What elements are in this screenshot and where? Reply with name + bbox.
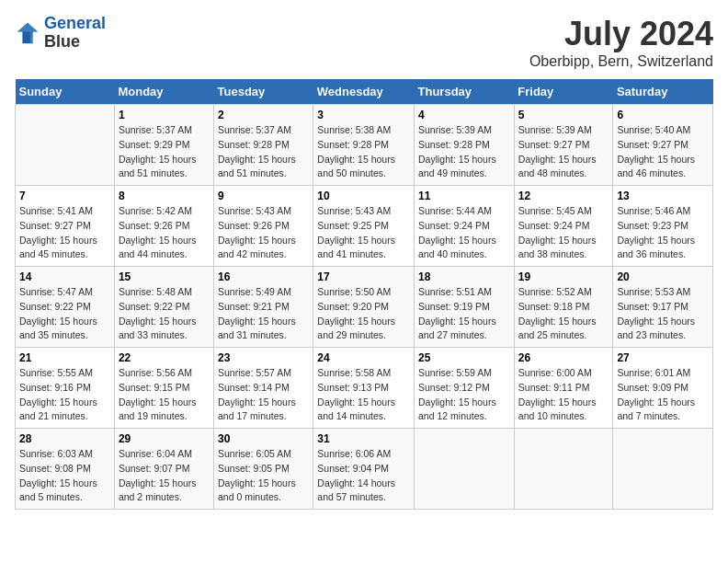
day-info: Sunrise: 5:51 AMSunset: 9:19 PMDaylight:… — [418, 285, 510, 343]
calendar-cell: 16Sunrise: 5:49 AMSunset: 9:21 PMDayligh… — [214, 267, 313, 348]
day-info: Sunrise: 5:39 AMSunset: 9:28 PMDaylight:… — [418, 123, 510, 181]
calendar-cell: 6Sunrise: 5:40 AMSunset: 9:27 PMDaylight… — [613, 105, 713, 186]
calendar-cell: 12Sunrise: 5:45 AMSunset: 9:24 PMDayligh… — [514, 186, 613, 267]
calendar-week-2: 7Sunrise: 5:41 AMSunset: 9:27 PMDaylight… — [16, 186, 713, 267]
calendar-cell: 5Sunrise: 5:39 AMSunset: 9:27 PMDaylight… — [514, 105, 613, 186]
day-number: 8 — [119, 190, 210, 202]
calendar-cell: 28Sunrise: 6:03 AMSunset: 9:08 PMDayligh… — [16, 429, 115, 510]
calendar-cell: 31Sunrise: 6:06 AMSunset: 9:04 PMDayligh… — [313, 429, 415, 510]
day-number: 15 — [119, 270, 210, 283]
day-info: Sunrise: 5:55 AMSunset: 9:16 PMDaylight:… — [19, 366, 110, 424]
calendar-cell: 23Sunrise: 5:57 AMSunset: 9:14 PMDayligh… — [214, 348, 313, 429]
calendar-cell: 11Sunrise: 5:44 AMSunset: 9:24 PMDayligh… — [415, 186, 515, 267]
day-info: Sunrise: 6:06 AMSunset: 9:04 PMDaylight:… — [317, 447, 410, 505]
day-info: Sunrise: 5:48 AMSunset: 9:22 PMDaylight:… — [119, 285, 210, 343]
page-subtitle: Oberbipp, Bern, Switzerland — [529, 53, 713, 70]
day-info: Sunrise: 6:01 AMSunset: 9:09 PMDaylight:… — [617, 366, 709, 424]
day-number: 30 — [218, 432, 309, 445]
day-number: 18 — [418, 270, 510, 283]
title-block: July 2024 Oberbipp, Bern, Switzerland — [529, 15, 713, 70]
calendar-cell: 17Sunrise: 5:50 AMSunset: 9:20 PMDayligh… — [313, 267, 415, 348]
calendar-week-4: 21Sunrise: 5:55 AMSunset: 9:16 PMDayligh… — [16, 348, 713, 429]
calendar-cell: 3Sunrise: 5:38 AMSunset: 9:28 PMDaylight… — [313, 105, 415, 186]
day-number: 17 — [317, 270, 410, 283]
page-title: July 2024 — [529, 15, 713, 53]
day-number: 31 — [317, 432, 410, 445]
day-info: Sunrise: 5:57 AMSunset: 9:14 PMDaylight:… — [218, 366, 309, 424]
day-info: Sunrise: 6:05 AMSunset: 9:05 PMDaylight:… — [218, 447, 309, 505]
day-number: 26 — [518, 351, 609, 364]
logo-line1: General — [44, 14, 106, 32]
page-header: General Blue July 2024 Oberbipp, Bern, S… — [15, 15, 713, 70]
calendar-cell: 18Sunrise: 5:51 AMSunset: 9:19 PMDayligh… — [415, 267, 515, 348]
calendar-table: SundayMondayTuesdayWednesdayThursdayFrid… — [15, 79, 713, 510]
calendar-cell: 14Sunrise: 5:47 AMSunset: 9:22 PMDayligh… — [16, 267, 115, 348]
day-number: 22 — [119, 351, 210, 364]
calendar-week-1: 1Sunrise: 5:37 AMSunset: 9:29 PMDaylight… — [16, 105, 713, 186]
header-cell-wednesday: Wednesday — [313, 79, 415, 105]
day-info: Sunrise: 5:46 AMSunset: 9:23 PMDaylight:… — [617, 204, 709, 262]
logo: General Blue — [15, 15, 106, 52]
day-info: Sunrise: 5:37 AMSunset: 9:28 PMDaylight:… — [218, 123, 309, 181]
day-number: 9 — [218, 190, 309, 202]
day-number: 14 — [19, 270, 110, 283]
day-info: Sunrise: 5:45 AMSunset: 9:24 PMDaylight:… — [518, 204, 609, 262]
day-info: Sunrise: 5:59 AMSunset: 9:12 PMDaylight:… — [418, 366, 510, 424]
calendar-cell: 26Sunrise: 6:00 AMSunset: 9:11 PMDayligh… — [514, 348, 613, 429]
calendar-cell — [613, 429, 713, 510]
header-cell-monday: Monday — [114, 79, 213, 105]
day-number: 3 — [317, 109, 410, 121]
calendar-cell — [514, 429, 613, 510]
calendar-cell: 2Sunrise: 5:37 AMSunset: 9:28 PMDaylight… — [214, 105, 313, 186]
header-cell-thursday: Thursday — [415, 79, 515, 105]
calendar-cell: 1Sunrise: 5:37 AMSunset: 9:29 PMDaylight… — [114, 105, 213, 186]
day-info: Sunrise: 5:49 AMSunset: 9:21 PMDaylight:… — [218, 285, 309, 343]
day-number: 12 — [518, 190, 609, 202]
calendar-cell: 20Sunrise: 5:53 AMSunset: 9:17 PMDayligh… — [613, 267, 713, 348]
day-number: 24 — [317, 351, 410, 364]
day-info: Sunrise: 5:56 AMSunset: 9:15 PMDaylight:… — [119, 366, 210, 424]
calendar-cell: 21Sunrise: 5:55 AMSunset: 9:16 PMDayligh… — [16, 348, 115, 429]
day-number: 11 — [418, 190, 510, 202]
day-info: Sunrise: 5:42 AMSunset: 9:26 PMDaylight:… — [119, 204, 210, 262]
day-info: Sunrise: 5:44 AMSunset: 9:24 PMDaylight:… — [418, 204, 510, 262]
day-info: Sunrise: 5:43 AMSunset: 9:26 PMDaylight:… — [218, 204, 309, 262]
day-number: 4 — [418, 109, 510, 121]
calendar-week-3: 14Sunrise: 5:47 AMSunset: 9:22 PMDayligh… — [16, 267, 713, 348]
calendar-cell — [16, 105, 115, 186]
calendar-cell: 8Sunrise: 5:42 AMSunset: 9:26 PMDaylight… — [114, 186, 213, 267]
day-number: 27 — [617, 351, 709, 364]
calendar-cell — [415, 429, 515, 510]
day-info: Sunrise: 5:47 AMSunset: 9:22 PMDaylight:… — [19, 285, 110, 343]
day-info: Sunrise: 5:58 AMSunset: 9:13 PMDaylight:… — [317, 366, 410, 424]
calendar-cell: 29Sunrise: 6:04 AMSunset: 9:07 PMDayligh… — [114, 429, 213, 510]
day-info: Sunrise: 5:43 AMSunset: 9:25 PMDaylight:… — [317, 204, 410, 262]
day-number: 6 — [617, 109, 709, 121]
day-number: 2 — [218, 109, 309, 121]
calendar-cell: 30Sunrise: 6:05 AMSunset: 9:05 PMDayligh… — [214, 429, 313, 510]
logo-text: General Blue — [44, 15, 106, 52]
day-info: Sunrise: 5:52 AMSunset: 9:18 PMDaylight:… — [518, 285, 609, 343]
day-number: 19 — [518, 270, 609, 283]
header-cell-saturday: Saturday — [613, 79, 713, 105]
day-number: 23 — [218, 351, 309, 364]
header-row: SundayMondayTuesdayWednesdayThursdayFrid… — [16, 79, 713, 105]
day-info: Sunrise: 5:40 AMSunset: 9:27 PMDaylight:… — [617, 123, 709, 181]
day-info: Sunrise: 6:03 AMSunset: 9:08 PMDaylight:… — [19, 447, 110, 505]
calendar-cell: 9Sunrise: 5:43 AMSunset: 9:26 PMDaylight… — [214, 186, 313, 267]
day-number: 25 — [418, 351, 510, 364]
calendar-cell: 22Sunrise: 5:56 AMSunset: 9:15 PMDayligh… — [114, 348, 213, 429]
logo-icon — [15, 20, 40, 46]
day-info: Sunrise: 5:39 AMSunset: 9:27 PMDaylight:… — [518, 123, 609, 181]
day-number: 20 — [617, 270, 709, 283]
calendar-cell: 27Sunrise: 6:01 AMSunset: 9:09 PMDayligh… — [613, 348, 713, 429]
logo-line2: Blue — [44, 33, 106, 52]
calendar-cell: 7Sunrise: 5:41 AMSunset: 9:27 PMDaylight… — [16, 186, 115, 267]
day-number: 7 — [19, 190, 110, 202]
day-number: 13 — [617, 190, 709, 202]
calendar-cell: 15Sunrise: 5:48 AMSunset: 9:22 PMDayligh… — [114, 267, 213, 348]
day-info: Sunrise: 5:50 AMSunset: 9:20 PMDaylight:… — [317, 285, 410, 343]
day-info: Sunrise: 6:00 AMSunset: 9:11 PMDaylight:… — [518, 366, 609, 424]
calendar-cell: 25Sunrise: 5:59 AMSunset: 9:12 PMDayligh… — [415, 348, 515, 429]
calendar-cell: 4Sunrise: 5:39 AMSunset: 9:28 PMDaylight… — [415, 105, 515, 186]
